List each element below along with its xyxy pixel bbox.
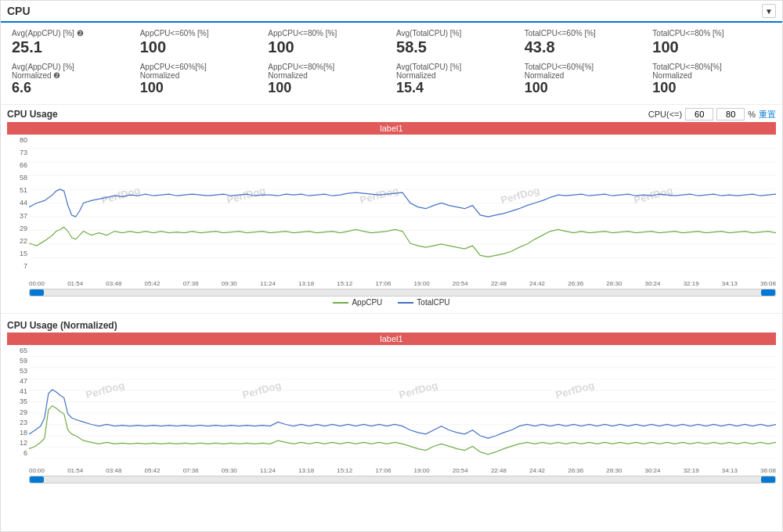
page-title: CPU xyxy=(7,5,31,17)
metrics-row1-labels: Avg(AppCPU) [%] ❷ 25.1 AppCPU<=60% [%] 1… xyxy=(7,27,776,58)
metric-totalcpu-60: TotalCPU<=60% [%] 43.8 xyxy=(520,27,648,58)
metric-avg-appcpu-norm: Avg(AppCPU) [%]Normalized ❷ 6.6 xyxy=(7,59,135,98)
reset-button[interactable]: 重置 xyxy=(759,109,776,120)
divider xyxy=(1,313,782,314)
chart2-svg xyxy=(29,345,776,458)
metrics-section: Avg(AppCPU) [%] ❷ 25.1 AppCPU<=60% [%] 1… xyxy=(1,23,782,105)
metric-appcpu-60: AppCPU<=60% [%] 100 xyxy=(135,27,264,58)
metric-appcpu-60-norm: AppCPU<=60%[%]Normalized 100 xyxy=(135,59,264,98)
chart2-area: 65 59 53 47 41 35 29 23 18 12 6 PerfDog … xyxy=(7,345,776,474)
chart1-label-bar: label1 xyxy=(7,122,776,135)
chart2-wrapper: label1 65 59 53 47 41 35 29 23 18 12 6 xyxy=(7,332,776,483)
chart2-scrollbar[interactable] xyxy=(29,476,776,483)
chart1-scrollbar[interactable] xyxy=(29,289,776,297)
chart2-y-axis: 65 59 53 47 41 35 29 23 18 12 6 xyxy=(7,345,29,458)
cpu-controls-label: CPU(<=) xyxy=(648,110,682,119)
chart1-x-axis: 00:00 01:54 03:48 05:42 07:36 09:30 11:2… xyxy=(29,280,776,287)
chart1-controls: CPU(<=) % 重置 xyxy=(648,108,776,120)
metric-avg-totalcpu-norm: Avg(TotalCPU) [%]Normalized 15.4 xyxy=(392,59,520,98)
chart1-y-axis: 80 73 66 58 51 44 37 29 22 15 7 xyxy=(7,135,29,271)
chart1-scrollbar-right xyxy=(761,289,775,296)
collapse-icon[interactable]: ▼ xyxy=(762,4,776,18)
legend-appcpu-color xyxy=(333,302,348,304)
cpu-80-input[interactable] xyxy=(716,108,745,120)
chart1-area: 80 73 66 58 51 44 37 29 22 15 7 PerfDog … xyxy=(7,135,776,287)
legend-totalcpu-color xyxy=(398,302,413,304)
cpu-60-input[interactable] xyxy=(685,108,713,120)
chart2-header: CPU Usage (Normalized) xyxy=(7,320,776,331)
chart1-scrollbar-left xyxy=(30,289,44,296)
percent-label: % xyxy=(748,110,756,119)
metric-totalcpu-80: TotalCPU<=80% [%] 100 xyxy=(648,27,776,58)
legend-totalcpu: TotalCPU xyxy=(398,298,449,307)
legend-appcpu: AppCPU xyxy=(333,298,382,307)
chart1-wrapper: label1 80 73 66 58 51 44 37 29 22 15 7 xyxy=(7,122,776,307)
chart1-title: CPU Usage xyxy=(7,109,58,120)
page-container: CPU ▼ Avg(AppCPU) [%] ❷ 25.1 AppCPU<=60%… xyxy=(0,0,783,532)
chart1-header: CPU Usage CPU(<=) % 重置 xyxy=(7,108,776,120)
metric-avg-totalcpu: Avg(TotalCPU) [%] 58.5 xyxy=(392,27,520,58)
metric-appcpu-80-norm: AppCPU<=80%[%]Normalized 100 xyxy=(263,59,392,98)
chart2-title: CPU Usage (Normalized) xyxy=(7,320,117,331)
chart1-svg xyxy=(29,135,776,271)
chart2-label-bar: label1 xyxy=(7,332,776,345)
metric-totalcpu-80-norm: TotalCPU<=80%[%]Normalized 100 xyxy=(648,59,776,98)
metrics-row2: Avg(AppCPU) [%]Normalized ❷ 6.6 AppCPU<=… xyxy=(7,59,776,98)
metric-totalcpu-60-norm: TotalCPU<=60%[%]Normalized 100 xyxy=(520,59,648,98)
chart2-scrollbar-left xyxy=(30,476,44,483)
metric-appcpu-80: AppCPU<=80% [%] 100 xyxy=(263,27,392,58)
chart1-section: CPU Usage CPU(<=) % 重置 label1 80 73 66 5… xyxy=(1,105,782,310)
chart1-legend: AppCPU TotalCPU xyxy=(7,298,776,307)
chart2-x-axis: 00:00 01:54 03:48 05:42 07:36 09:30 11:2… xyxy=(29,467,776,474)
legend-totalcpu-label: TotalCPU xyxy=(417,298,449,307)
legend-appcpu-label: AppCPU xyxy=(352,298,382,307)
metric-avg-appcpu: Avg(AppCPU) [%] ❷ 25.1 xyxy=(7,27,135,58)
chart2-section: CPU Usage (Normalized) label1 65 59 53 4… xyxy=(1,317,782,488)
chart2-scrollbar-right xyxy=(761,476,775,483)
header-bar: CPU ▼ xyxy=(1,1,782,23)
